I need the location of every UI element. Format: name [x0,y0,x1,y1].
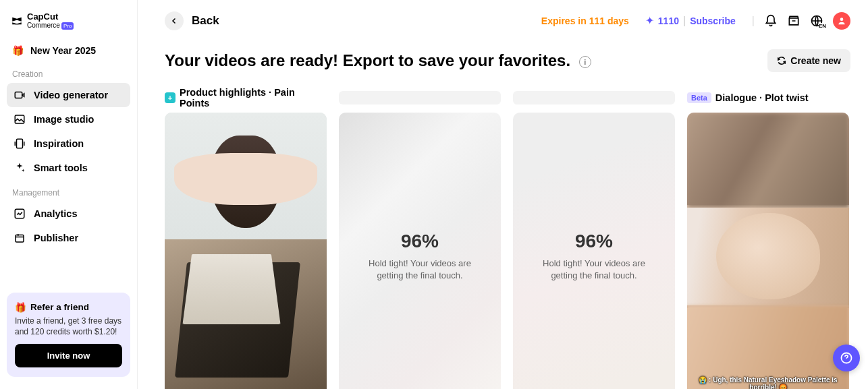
svg-rect-2 [17,140,23,149]
video-card: 96% Hold tight! Your videos are getting … [339,91,501,389]
refer-card: 🎁Refer a friend Invite a friend, get 3 f… [7,293,130,377]
back-button[interactable] [165,11,184,30]
video-loading: 96% Hold tight! Your videos are getting … [513,113,675,389]
beta-badge: Beta [687,92,711,103]
video-caption: 😭 : Ugh, this Natural Eyeshadow Palette … [687,376,849,389]
refer-title: 🎁Refer a friend [15,302,122,313]
svg-rect-4 [16,235,24,243]
avatar[interactable] [833,12,850,30]
sidebar-item-label: Smart tools [34,162,88,173]
brand-sub: CommercePro [27,22,74,29]
sidebar-item-label: Publisher [34,233,78,243]
sidebar-item-label: Image studio [34,114,94,125]
sidebar-item-video-generator[interactable]: Video generator [7,83,130,107]
video-loading: 96% Hold tight! Your videos are getting … [339,113,501,389]
subscribe-link[interactable]: Subscribe [690,16,736,26]
bell-icon[interactable] [764,14,778,28]
plus-badge-icon: + [165,92,175,103]
page-title: Your videos are ready! Export to save yo… [165,51,591,70]
help-icon [840,351,853,365]
sidebar-item-label: Video generator [34,90,108,100]
brand-name: CapCut [27,12,74,22]
sparkle-icon: ✦ [645,14,654,27]
sidebar-item-newyear[interactable]: 🎁 New Year 2025 [7,40,130,61]
video-thumbnail[interactable]: ⋈ CapCut Commerce [165,113,327,389]
chevron-left-icon [170,17,178,25]
create-new-button[interactable]: Create new [767,49,850,72]
video-thumbnail[interactable]: ⋈ CapCut Commerce 😭 : Ugh, this Natural … [687,113,849,389]
sidebar-item-label: Analytics [34,208,77,219]
sidebar-item-inspiration[interactable]: Inspiration [7,131,130,156]
sidebar-item-publisher[interactable]: Publisher [7,226,130,250]
video-card: 96% Hold tight! Your videos are getting … [513,91,675,389]
gift-icon: 🎁 [12,45,24,56]
video-icon [13,89,26,101]
sidebar-item-smart-tools[interactable]: Smart tools [7,156,130,180]
sidebar-item-image-studio[interactable]: Image studio [7,107,130,131]
card-title-skeleton [513,91,675,104]
svg-rect-0 [15,92,22,98]
progress-percent: 96% [575,231,613,252]
brand-logo[interactable]: CapCut CommercePro [7,12,130,29]
progress-status: Hold tight! Your videos are getting the … [339,258,501,282]
invite-button[interactable]: Invite now [15,344,122,367]
gift-icon: 🎁 [15,302,26,313]
archive-icon[interactable] [787,14,801,28]
sparkle-icon [13,162,26,174]
sidebar-item-label: Inspiration [34,138,84,149]
image-icon [13,113,26,125]
video-results-row: + Product highlights · Pain Points ⋈ Cap… [165,91,850,389]
expires-label: Expires in 111 days [541,16,629,26]
progress-status: Hold tight! Your videos are getting the … [513,258,675,282]
refresh-icon [777,56,786,65]
language-icon[interactable]: EN [810,14,823,28]
card-title: + Product highlights · Pain Points [165,91,327,104]
section-header-management: Management [7,180,130,202]
back-label: Back [192,14,219,28]
video-card: Beta Dialogue · Plot twist ⋈ CapCut Comm… [687,91,849,389]
sidebar-item-label: New Year 2025 [30,45,96,56]
progress-percent: 96% [401,231,439,252]
video-card: + Product highlights · Pain Points ⋈ Cap… [165,91,327,389]
main-content: Back Expires in 111 days ✦ 1110 | Subscr… [138,0,868,389]
card-title-skeleton [339,91,501,104]
credits-count: 1110 [658,16,679,26]
publisher-icon [13,232,26,244]
pro-badge: Pro [61,22,74,30]
analytics-icon [13,208,26,220]
help-button[interactable] [833,345,860,371]
sidebar: CapCut CommercePro 🎁 New Year 2025 Creat… [0,0,138,389]
info-icon[interactable]: i [579,56,591,68]
section-header-creation: Creation [7,61,130,83]
sidebar-item-analytics[interactable]: Analytics [7,202,130,226]
refer-desc: Invite a friend, get 3 free days and 120… [15,316,122,337]
svg-point-6 [840,18,844,21]
capcut-logo-icon [11,15,23,27]
credits-pill[interactable]: ✦ 1110 | Subscribe [639,11,742,30]
inspiration-icon [13,138,26,150]
topbar: Back Expires in 111 days ✦ 1110 | Subscr… [165,11,850,30]
card-title: Beta Dialogue · Plot twist [687,91,849,104]
